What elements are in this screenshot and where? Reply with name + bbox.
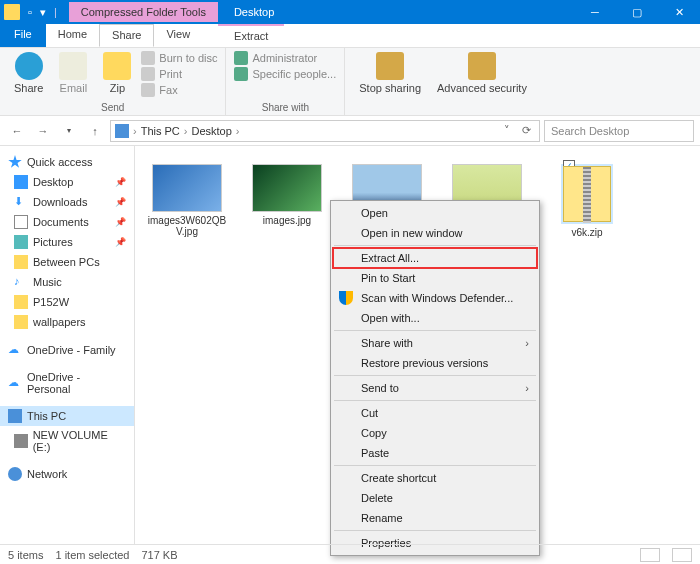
menu-extract-all[interactable]: Extract All... bbox=[333, 248, 537, 268]
menu-cut[interactable]: Cut bbox=[333, 403, 537, 423]
image-thumbnail bbox=[152, 164, 222, 212]
chevron-right-icon: › bbox=[525, 382, 529, 394]
zip-icon bbox=[563, 166, 611, 222]
menubar: File Home Share View Extract bbox=[0, 24, 700, 48]
sidebar-new-volume[interactable]: NEW VOLUME (E:) bbox=[0, 426, 134, 456]
menu-pin-to-start[interactable]: Pin to Start bbox=[333, 268, 537, 288]
address-dropdown-icon[interactable]: ˅ bbox=[500, 124, 514, 137]
details-view-button[interactable] bbox=[640, 548, 660, 562]
back-button[interactable]: ← bbox=[6, 120, 28, 142]
sidebar: Quick access Desktop📌 Downloads📌 Documen… bbox=[0, 146, 135, 544]
sidebar-documents[interactable]: Documents📌 bbox=[0, 212, 134, 232]
menu-open[interactable]: Open bbox=[333, 203, 537, 223]
stop-sharing-button[interactable]: Stop sharing bbox=[353, 50, 427, 96]
sidebar-wallpapers[interactable]: wallpapers bbox=[0, 312, 134, 332]
status-size: 717 KB bbox=[141, 549, 177, 561]
share-button[interactable]: Share bbox=[8, 50, 49, 98]
address-row: ← → ▾ ↑ › This PC › Desktop › ˅ ⟳ Search… bbox=[0, 116, 700, 146]
compressed-tools-tab[interactable]: Compressed Folder Tools bbox=[69, 2, 218, 22]
pin-icon: 📌 bbox=[115, 197, 126, 207]
sidebar-downloads[interactable]: Downloads📌 bbox=[0, 192, 134, 212]
menu-delete[interactable]: Delete bbox=[333, 488, 537, 508]
menu-scan-defender[interactable]: Scan with Windows Defender... bbox=[333, 288, 537, 308]
file-tab[interactable]: File bbox=[0, 24, 46, 47]
menu-open-with[interactable]: Open with... bbox=[333, 308, 537, 328]
context-menu: Open Open in new window Extract All... P… bbox=[330, 200, 540, 556]
burn-button[interactable]: Burn to disc bbox=[141, 50, 217, 66]
home-tab[interactable]: Home bbox=[46, 24, 99, 47]
extract-tab[interactable]: Extract bbox=[218, 24, 284, 47]
sidebar-quick-access[interactable]: Quick access bbox=[0, 152, 134, 172]
forward-button[interactable]: → bbox=[32, 120, 54, 142]
minimize-button[interactable]: ─ bbox=[574, 2, 616, 22]
breadcrumb-desktop[interactable]: Desktop bbox=[191, 125, 231, 137]
pc-icon bbox=[115, 124, 129, 138]
status-item-count: 5 items bbox=[8, 549, 43, 561]
quick-access-dropdown-icon[interactable]: ▾ bbox=[36, 6, 50, 19]
fax-button[interactable]: Fax bbox=[141, 82, 217, 98]
quick-access-save-icon[interactable]: ▫ bbox=[24, 6, 36, 18]
ribbon: Share Email Zip Burn to disc Print Fax S… bbox=[0, 48, 700, 116]
thumbnails-view-button[interactable] bbox=[672, 548, 692, 562]
image-thumbnail bbox=[252, 164, 322, 212]
view-tab[interactable]: View bbox=[154, 24, 202, 47]
sidebar-pictures[interactable]: Pictures📌 bbox=[0, 232, 134, 252]
chevron-right-icon: › bbox=[525, 337, 529, 349]
file-item[interactable]: images.jpg bbox=[247, 164, 327, 226]
sidebar-p152w[interactable]: P152W bbox=[0, 292, 134, 312]
maximize-button[interactable]: ▢ bbox=[616, 2, 658, 23]
advanced-security-button[interactable]: Advanced security bbox=[431, 50, 533, 96]
refresh-button[interactable]: ⟳ bbox=[518, 124, 535, 137]
sidebar-music[interactable]: Music bbox=[0, 272, 134, 292]
pin-icon: 📌 bbox=[115, 177, 126, 187]
admin-button[interactable]: Administrator bbox=[234, 50, 336, 66]
statusbar: 5 items 1 item selected 717 KB bbox=[0, 544, 700, 564]
close-button[interactable]: ✕ bbox=[658, 2, 700, 23]
file-item-zip[interactable]: ✓ v6k.zip bbox=[547, 164, 627, 238]
pin-icon: 📌 bbox=[115, 237, 126, 247]
menu-copy[interactable]: Copy bbox=[333, 423, 537, 443]
menu-create-shortcut[interactable]: Create shortcut bbox=[333, 468, 537, 488]
up-button[interactable]: ↑ bbox=[84, 120, 106, 142]
menu-rename[interactable]: Rename bbox=[333, 508, 537, 528]
email-button[interactable]: Email bbox=[53, 50, 93, 98]
sidebar-network[interactable]: Network bbox=[0, 464, 134, 484]
menu-share-with[interactable]: Share with› bbox=[333, 333, 537, 353]
sidebar-between-pcs[interactable]: Between PCs bbox=[0, 252, 134, 272]
titlebar: ▫ ▾ | Compressed Folder Tools Desktop ─ … bbox=[0, 0, 700, 24]
menu-restore-versions[interactable]: Restore previous versions bbox=[333, 353, 537, 373]
specific-people-button[interactable]: Specific people... bbox=[234, 66, 336, 82]
shield-icon bbox=[339, 291, 353, 305]
menu-open-new-window[interactable]: Open in new window bbox=[333, 223, 537, 243]
address-bar[interactable]: › This PC › Desktop › ˅ ⟳ bbox=[110, 120, 540, 142]
sidebar-onedrive-family[interactable]: OneDrive - Family bbox=[0, 340, 134, 360]
breadcrumb-thispc[interactable]: This PC bbox=[141, 125, 180, 137]
sidebar-onedrive-personal[interactable]: OneDrive - Personal bbox=[0, 368, 134, 398]
sidebar-this-pc[interactable]: This PC bbox=[0, 406, 134, 426]
window-title: Desktop bbox=[234, 6, 274, 18]
zip-button[interactable]: Zip bbox=[97, 50, 137, 98]
folder-icon bbox=[4, 4, 20, 20]
status-selected: 1 item selected bbox=[55, 549, 129, 561]
search-input[interactable]: Search Desktop bbox=[544, 120, 694, 142]
share-tab[interactable]: Share bbox=[99, 24, 154, 47]
print-button[interactable]: Print bbox=[141, 66, 217, 82]
file-item[interactable]: images3W602QBV.jpg bbox=[147, 164, 227, 237]
sidebar-desktop[interactable]: Desktop📌 bbox=[0, 172, 134, 192]
sharewith-group-label: Share with bbox=[234, 102, 336, 113]
send-group-label: Send bbox=[8, 102, 217, 113]
menu-send-to[interactable]: Send to› bbox=[333, 378, 537, 398]
pin-icon: 📌 bbox=[115, 217, 126, 227]
separator: | bbox=[50, 6, 61, 18]
recent-dropdown-icon[interactable]: ▾ bbox=[58, 120, 80, 142]
menu-paste[interactable]: Paste bbox=[333, 443, 537, 463]
